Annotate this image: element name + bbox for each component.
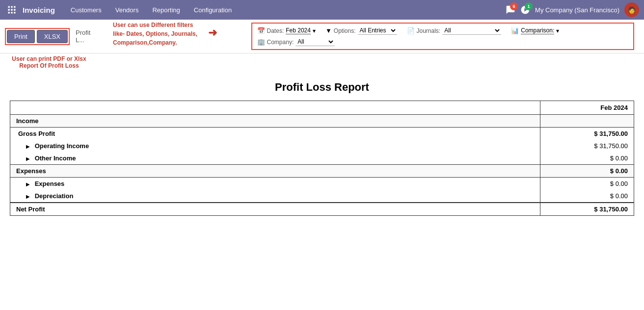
row-amount: $ 0.00 bbox=[540, 178, 634, 190]
profit-loss-table: Feb 2024 Income Gross Profit $ 31,750.00… bbox=[10, 101, 634, 216]
table-row: Net Profit $ 31,750.00 bbox=[10, 203, 634, 216]
expand-icon[interactable]: ▶ bbox=[26, 144, 30, 149]
row-label: Net Profit bbox=[10, 203, 540, 216]
comparison-dropdown-icon: ▾ bbox=[556, 27, 559, 34]
report-title: Profit Loss Report bbox=[10, 81, 634, 94]
activity-notification-button[interactable]: 1 bbox=[520, 5, 530, 15]
row-amount: $ 31,750.00 bbox=[540, 140, 634, 152]
company-select[interactable]: All bbox=[295, 38, 335, 46]
top-menu: Customers Vendors Reporting Configuratio… bbox=[65, 3, 506, 17]
print-annotation: User can print PDF or Xlsx Report Of Pro… bbox=[0, 53, 98, 71]
row-label: Expenses bbox=[10, 165, 540, 178]
comparison-filter[interactable]: 📊 Comparison: ▾ bbox=[511, 27, 559, 34]
print-xlsx-group: Print XLSX bbox=[5, 28, 70, 45]
table-header-row: Feb 2024 bbox=[10, 101, 634, 115]
journals-label: Journals: bbox=[417, 27, 441, 34]
filter-annotation: User can use Different filters like- Dat… bbox=[113, 21, 197, 47]
table-row: ▶ Operating Income $ 31,750.00 bbox=[10, 140, 634, 152]
main-content: Profit Loss Report Feb 2024 Income Gross… bbox=[0, 71, 644, 221]
filter-icon: ▼ bbox=[325, 27, 332, 34]
user-avatar[interactable]: 🧑 bbox=[624, 2, 639, 17]
nav-customers[interactable]: Customers bbox=[65, 3, 107, 17]
journals-select[interactable]: All bbox=[442, 26, 501, 35]
row-amount: $ 0.00 bbox=[540, 190, 634, 203]
table-row: ▶ Other Income $ 0.00 bbox=[10, 152, 634, 165]
row-label: ▶ Expenses bbox=[10, 178, 540, 190]
nav-configuration[interactable]: Configuration bbox=[188, 3, 238, 17]
company-label: Company: bbox=[267, 39, 294, 46]
table-row: ▶ Expenses $ 0.00 bbox=[10, 178, 634, 190]
table-row: Gross Profit $ 31,750.00 bbox=[10, 128, 634, 140]
amount-column-header: Feb 2024 bbox=[540, 101, 634, 115]
label-column-header bbox=[10, 101, 540, 115]
expand-icon[interactable]: ▶ bbox=[26, 194, 30, 199]
dates-value[interactable]: Feb 2024 bbox=[286, 27, 311, 34]
expand-icon[interactable]: ▶ bbox=[26, 181, 30, 187]
row-label: Gross Profit bbox=[10, 128, 540, 140]
chart-icon: 📊 bbox=[511, 27, 519, 34]
options-label: Options: bbox=[334, 27, 356, 34]
chat-badge: 6 bbox=[510, 2, 518, 10]
app-brand[interactable]: Invoicing bbox=[23, 6, 55, 14]
table-row: Expenses $ 0.00 bbox=[10, 165, 634, 178]
chat-notification-button[interactable]: 6 bbox=[506, 5, 515, 15]
options-select[interactable]: All Entries bbox=[358, 26, 397, 35]
row-label: ▶ Depreciation bbox=[10, 190, 540, 203]
activity-badge: 1 bbox=[525, 2, 533, 10]
row-amount: $ 0.00 bbox=[540, 165, 634, 178]
company-filter[interactable]: 🏢 Company: All bbox=[257, 38, 335, 46]
top-navigation: Invoicing Customers Vendors Reporting Co… bbox=[0, 0, 644, 20]
table-row: Income bbox=[10, 115, 634, 128]
calendar-icon: 📅 bbox=[257, 27, 265, 34]
xlsx-button[interactable]: XLSX bbox=[37, 30, 68, 43]
row-label: ▶ Other Income bbox=[10, 152, 540, 165]
dates-dropdown-icon: ▾ bbox=[313, 27, 316, 34]
row-amount bbox=[540, 115, 634, 128]
row-amount: $ 0.00 bbox=[540, 152, 634, 165]
row-label: ▶ Operating Income bbox=[10, 140, 540, 152]
print-button[interactable]: Print bbox=[7, 30, 35, 43]
company-icon: 🏢 bbox=[257, 38, 265, 46]
options-filter[interactable]: ▼ Options: All Entries bbox=[325, 26, 397, 35]
dates-filter[interactable]: 📅 Dates: Feb 2024 ▾ bbox=[257, 27, 316, 34]
dates-label: Dates: bbox=[267, 27, 284, 34]
expand-icon[interactable]: ▶ bbox=[26, 156, 30, 161]
nav-vendors[interactable]: Vendors bbox=[109, 3, 145, 17]
breadcrumb: Profit L... bbox=[76, 29, 100, 44]
filters-panel: 📅 Dates: Feb 2024 ▾ ▼ Options: All Entri… bbox=[251, 23, 634, 50]
nav-reporting[interactable]: Reporting bbox=[146, 3, 186, 17]
row-label: Income bbox=[10, 115, 540, 128]
journals-filter[interactable]: 📄 Journals: All bbox=[407, 26, 502, 35]
journals-icon: 📄 bbox=[407, 27, 415, 34]
row-amount: $ 31,750.00 bbox=[540, 203, 634, 216]
row-amount: $ 31,750.00 bbox=[540, 128, 634, 140]
comparison-label[interactable]: Comparison: bbox=[521, 27, 554, 34]
apps-menu-button[interactable] bbox=[5, 3, 19, 17]
table-row: ▶ Depreciation $ 0.00 bbox=[10, 190, 634, 203]
company-selector[interactable]: My Company (San Francisco) bbox=[535, 6, 619, 14]
topnav-right: 6 1 My Company (San Francisco) 🧑 bbox=[506, 2, 639, 17]
